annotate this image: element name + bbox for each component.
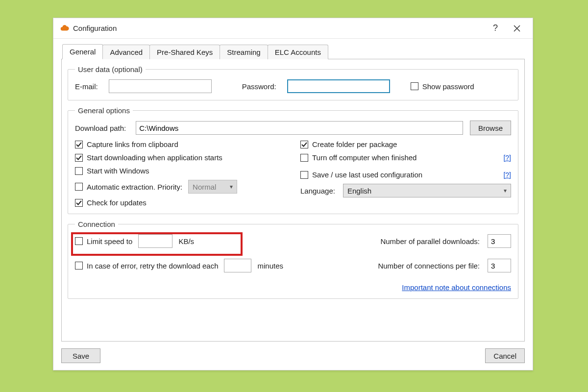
language-select[interactable]: English ▾ — [343, 184, 511, 197]
start-with-windows-checkbox[interactable]: Start with Windows — [75, 167, 286, 175]
retry-minutes-field[interactable] — [224, 259, 251, 272]
check-updates-checkbox[interactable]: Check for updates — [75, 198, 286, 207]
show-password-checkbox[interactable]: Show password — [411, 82, 474, 91]
window-title: Configuration — [73, 24, 117, 32]
group-connection: Connection Limit speed to KB/s In case o… — [68, 220, 518, 299]
tabstrip: General Advanced Pre-Shared Keys Streami… — [61, 44, 525, 59]
retry-checkbox[interactable]: In case of error, retry the download eac… — [75, 262, 218, 270]
config-window: Configuration ? General Advanced Pre-Sha… — [53, 18, 533, 370]
tab-panel-general: User data (optional) E-mail: Password: S… — [61, 59, 525, 342]
tab-advanced[interactable]: Advanced — [102, 45, 150, 59]
tab-pre-shared-keys[interactable]: Pre-Shared Keys — [149, 45, 220, 59]
tab-general[interactable]: General — [62, 44, 103, 59]
client-area: General Advanced Pre-Shared Keys Streami… — [53, 39, 533, 370]
parallel-downloads-field[interactable] — [488, 234, 511, 248]
group-general-options: General options Download path: Browse Ca… — [68, 106, 518, 214]
limit-speed-field[interactable] — [138, 234, 172, 248]
parallel-downloads-label: Number of parallel downloads: — [380, 237, 480, 245]
auto-extract-checkbox[interactable]: Automatic extraction. Priority: — [75, 183, 182, 191]
create-folder-checkbox[interactable]: Create folder per package — [300, 140, 511, 148]
password-field[interactable] — [287, 79, 390, 93]
retry-unit: minutes — [257, 262, 283, 270]
tab-streaming[interactable]: Streaming — [220, 45, 268, 59]
turn-off-checkbox[interactable]: Turn off computer when finished — [300, 153, 416, 162]
start-download-on-start-checkbox[interactable]: Start downloading when application start… — [75, 153, 286, 162]
language-label: Language: — [300, 187, 335, 195]
capture-links-checkbox[interactable]: Capture links from clipboard — [75, 140, 286, 148]
password-label: Password: — [242, 82, 276, 91]
close-button[interactable] — [506, 18, 528, 39]
priority-select[interactable]: Normal ▾ — [188, 180, 237, 194]
group-general-options-legend: General options — [75, 106, 133, 115]
download-path-field[interactable] — [136, 121, 463, 135]
connections-per-file-label: Number of connections per file: — [378, 262, 480, 270]
group-user-data: User data (optional) E-mail: Password: S… — [68, 65, 518, 100]
connections-note-link[interactable]: Important note about connections — [402, 283, 511, 292]
save-last-config-checkbox[interactable]: Save / use last used configuration — [300, 171, 422, 179]
download-path-label: Download path: — [75, 124, 126, 132]
cancel-button[interactable]: Cancel — [485, 348, 525, 363]
app-cloud-icon — [60, 24, 69, 33]
group-user-data-legend: User data (optional) — [75, 65, 146, 74]
save-last-config-help-link[interactable]: [?] — [503, 171, 511, 179]
tab-elc-accounts[interactable]: ELC Accounts — [268, 45, 328, 59]
turn-off-help-link[interactable]: [?] — [503, 154, 511, 162]
save-button[interactable]: Save — [61, 348, 100, 363]
email-field[interactable] — [109, 79, 212, 93]
chevron-down-icon: ▾ — [230, 183, 233, 190]
group-connection-legend: Connection — [75, 220, 118, 228]
close-icon — [514, 25, 520, 32]
limit-speed-checkbox[interactable]: Limit speed to — [75, 237, 132, 245]
connections-per-file-field[interactable] — [488, 259, 511, 272]
chevron-down-icon: ▾ — [504, 187, 507, 194]
browse-button[interactable]: Browse — [470, 121, 511, 135]
limit-speed-unit: KB/s — [178, 237, 194, 245]
email-label: E-mail: — [75, 82, 98, 91]
footer-buttons: Save Cancel — [61, 342, 525, 363]
titlebar: Configuration ? — [53, 18, 533, 39]
help-button[interactable]: ? — [485, 18, 506, 39]
